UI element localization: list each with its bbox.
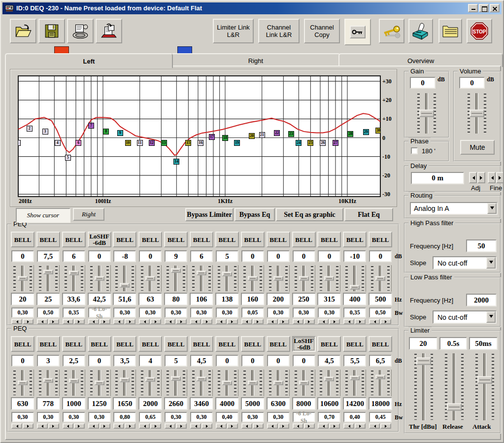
peq-band-bw-down-button[interactable] — [293, 423, 303, 429]
peq-band-frequency-field[interactable]: 51,6 — [113, 293, 136, 306]
eq-band-marker[interactable]: 4 — [55, 140, 61, 146]
peq-band-gain-field[interactable]: 0 — [241, 355, 264, 367]
peq-band-bw-down-button[interactable] — [88, 423, 99, 429]
peq-band-type-button[interactable]: LoSHF-6dB — [88, 232, 111, 247]
peq-band-bandwidth-field[interactable]: 0,30 — [267, 307, 290, 318]
peq-band-gain-field[interactable]: 6 — [190, 250, 213, 262]
hpf-frequency-field[interactable]: 50 — [466, 239, 497, 252]
peq-band-bw-up-button[interactable] — [125, 423, 135, 429]
peq-band-bandwidth-field[interactable]: 0,70 — [318, 412, 340, 422]
peq-band-frequency-field[interactable]: 1650 — [113, 397, 136, 410]
bypass-eq-button[interactable]: Bypass Eq — [235, 208, 275, 221]
slider-thumb[interactable] — [95, 381, 104, 385]
peq-band-bw-up-button[interactable] — [202, 319, 212, 324]
peq-band-type-button[interactable]: BELL — [138, 232, 162, 247]
peq-band-frequency-field[interactable]: 4000 — [215, 397, 239, 410]
limiter-attack-field[interactable]: 50ms — [469, 337, 498, 350]
peq-band-bw-down-button[interactable] — [343, 319, 354, 324]
peq-band-gain-field[interactable]: 3,5 — [113, 355, 136, 367]
close-button[interactable] — [490, 4, 500, 12]
peq-band-gain-field[interactable]: 6 — [63, 250, 85, 262]
peq-band-frequency-field[interactable]: 315 — [317, 293, 341, 306]
eq-band-marker[interactable]: 27 — [333, 140, 338, 146]
peq-band-frequency-field[interactable]: 200 — [267, 293, 290, 306]
peq-band-bw-down-button[interactable] — [37, 423, 48, 429]
eq-band-marker[interactable]: 12 — [149, 140, 155, 146]
maximize-button[interactable] — [479, 4, 489, 12]
peq-band-frequency-field[interactable]: 106 — [190, 293, 213, 306]
peq-band-bw-up-button[interactable] — [304, 319, 315, 324]
peq-band-bw-up-button[interactable] — [355, 319, 366, 324]
peq-band-bandwidth-field[interactable]: 0,50 — [37, 307, 60, 318]
peq-band-bandwidth-field[interactable]: 0,30 — [216, 307, 238, 318]
peq-band-bw-down-button[interactable] — [139, 319, 150, 324]
eq-band-marker[interactable]: 1 — [18, 140, 21, 146]
peq-band-gain-field[interactable]: 9 — [165, 250, 187, 262]
eq-band-marker[interactable]: 21 — [259, 132, 265, 138]
limiter-release-field[interactable]: 0.5s — [439, 337, 467, 350]
peq-band-bw-down-button[interactable] — [267, 423, 278, 429]
peq-band-gain-field[interactable]: 0 — [88, 355, 111, 367]
peq-band-bandwidth-field[interactable]: 0,40 — [216, 412, 238, 422]
notes-button[interactable] — [438, 19, 462, 43]
gain-value-field[interactable]: 0 — [410, 77, 436, 89]
eq-band-marker[interactable]: 2 — [27, 126, 33, 132]
tab-left[interactable]: Left — [5, 53, 173, 68]
slider-thumb[interactable] — [197, 376, 206, 381]
slider-thumb[interactable] — [273, 381, 283, 385]
peq-band-gain-field[interactable]: 0 — [139, 250, 162, 262]
peq-band-bw-up-button[interactable] — [48, 319, 59, 324]
peq-band-bandwidth-field[interactable]: 0,50 — [369, 307, 392, 318]
peq-band-gain-slider[interactable] — [293, 370, 315, 396]
peq-band-gain-slider[interactable] — [268, 370, 290, 396]
flat-eq-button[interactable]: Flat Eq — [344, 208, 393, 221]
right-cursor-button[interactable]: Right — [73, 208, 104, 221]
eq-band-marker[interactable]: 10 — [125, 140, 131, 146]
peq-band-bw-down-button[interactable] — [190, 319, 201, 324]
slider-thumb[interactable] — [197, 271, 206, 275]
peq-band-type-button[interactable]: BELL — [317, 336, 341, 352]
peq-band-gain-slider[interactable] — [191, 265, 213, 292]
eq-band-marker[interactable]: 29 — [363, 129, 369, 135]
peq-band-bandwidth-field[interactable]: 0,35 — [63, 307, 85, 318]
peq-band-gain-field[interactable]: 0 — [11, 355, 34, 367]
peq-band-bw-down-button[interactable] — [318, 423, 329, 429]
peq-band-gain-field[interactable]: 0 — [241, 250, 264, 262]
limiter-release-slider[interactable] — [443, 353, 465, 421]
peq-band-frequency-field[interactable]: 630 — [11, 397, 34, 410]
peq-band-type-button[interactable]: BELL — [241, 336, 265, 352]
peq-band-gain-field[interactable]: 0 — [216, 355, 238, 367]
eq-band-marker[interactable]: 19 — [234, 140, 240, 146]
peq-band-bandwidth-field[interactable]: 0,30 — [165, 412, 187, 422]
peq-band-bandwidth-field[interactable]: 0,30 — [113, 307, 136, 318]
peq-band-frequency-field[interactable]: 18000 — [369, 397, 392, 410]
gain-slider[interactable] — [416, 93, 437, 134]
key-lock-button[interactable] — [344, 19, 371, 45]
peq-band-gain-field[interactable]: 5 — [165, 355, 187, 367]
slider-thumb[interactable] — [43, 378, 53, 382]
save-button[interactable] — [38, 19, 65, 43]
peq-band-bw-up-button[interactable] — [74, 319, 85, 324]
show-cursor-button[interactable]: Show cursor — [16, 208, 70, 223]
peq-band-frequency-field[interactable]: 1000 — [62, 397, 86, 410]
peq-band-gain-slider[interactable] — [216, 370, 238, 396]
peq-band-gain-slider[interactable] — [63, 370, 85, 396]
peq-band-bw-up-button[interactable] — [176, 423, 187, 429]
set-eq-as-graphic-button[interactable]: Set Eq as graphic — [276, 208, 343, 221]
peq-band-frequency-field[interactable]: 5000 — [241, 397, 265, 410]
peq-band-bw-down-button[interactable] — [63, 423, 73, 429]
peq-band-bw-up-button[interactable] — [278, 319, 289, 324]
slider-thumb[interactable] — [375, 276, 385, 281]
peq-band-gain-field[interactable]: 0 — [267, 250, 290, 262]
peq-band-gain-field[interactable]: 0 — [267, 355, 290, 367]
peq-band-gain-field[interactable]: 5 — [216, 250, 238, 262]
peq-band-gain-slider[interactable] — [89, 370, 111, 396]
minimize-button[interactable] — [468, 4, 478, 12]
slider-thumb[interactable] — [299, 276, 309, 281]
limiter-threshold-field[interactable]: 20 — [409, 337, 437, 350]
peq-band-gain-field[interactable]: 0 — [293, 250, 315, 262]
peq-band-bw-up-button[interactable] — [227, 423, 238, 429]
peq-band-type-button[interactable]: BELL — [113, 232, 136, 247]
eq-band-marker[interactable]: 8 — [103, 129, 109, 135]
eq-band-marker[interactable]: 11 — [137, 140, 143, 146]
